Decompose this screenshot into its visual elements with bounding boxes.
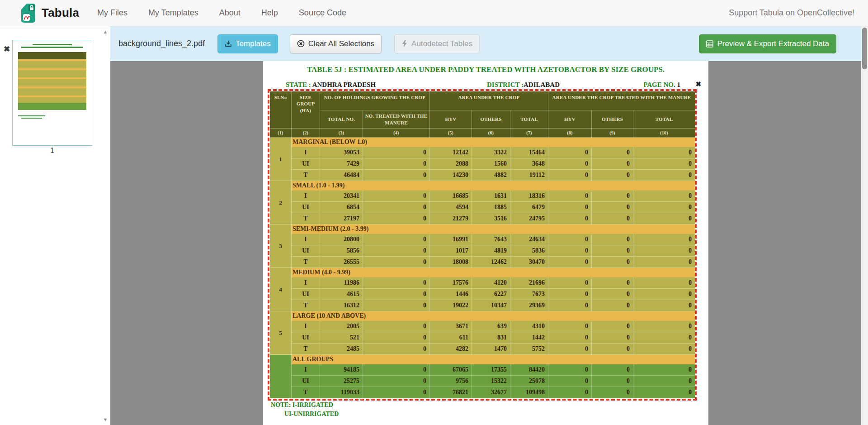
thumb-note-line: [21, 118, 42, 119]
nav-help[interactable]: Help: [261, 8, 278, 18]
nav-my-files[interactable]: My Files: [97, 8, 127, 18]
table-selection-overlay[interactable]: [268, 89, 697, 401]
pageno-label: PAGE NO.: [643, 81, 675, 88]
autodetect-tables-button[interactable]: Autodetect Tables: [394, 34, 480, 53]
sidebar-scroll-up-icon[interactable]: ▲: [102, 29, 108, 34]
table-icon: [706, 40, 713, 48]
templates-button-label: Templates: [236, 39, 270, 48]
autodetect-button-label: Autodetect Tables: [411, 39, 472, 48]
support-link[interactable]: Support Tabula on OpenCollective!: [729, 8, 854, 18]
tabula-pdf-lock-logo-icon: [19, 3, 37, 23]
page-number-label: 1: [12, 147, 92, 155]
pageno-value: 1: [677, 81, 681, 88]
selection-close-icon[interactable]: ✖: [695, 80, 701, 88]
pdf-page[interactable]: TABLE 5J : ESTIMATED AREA UNDER PADDY TR…: [263, 61, 708, 425]
pdf-table-title: TABLE 5J : ESTIMATED AREA UNDER PADDY TR…: [263, 65, 708, 74]
thumb-note-line: [18, 115, 45, 116]
thumb-table-header: [18, 52, 86, 59]
thumb-title-line: [21, 47, 83, 48]
state-value: ANDHRA PRADESH: [312, 81, 376, 88]
thumb-table-footer: [18, 103, 86, 110]
brand-title: Tabula: [42, 6, 79, 20]
remove-circle-icon: [297, 40, 305, 48]
thumb-title-line: [33, 44, 72, 45]
sidebar-scroll-down-icon[interactable]: ▼: [102, 417, 108, 422]
export-button-label: Preview & Export Extracted Data: [717, 39, 829, 48]
brand[interactable]: Tabula: [19, 3, 79, 23]
pdf-note-line2: UI-UNIRRIGATED: [284, 411, 339, 418]
save-template-icon: [225, 40, 232, 48]
district-label: DISTRICT :: [487, 81, 524, 88]
remove-page-icon[interactable]: ✖: [4, 44, 10, 54]
nav-my-templates[interactable]: My Templates: [148, 8, 198, 18]
clear-all-selections-button[interactable]: Clear All Selections: [290, 34, 382, 53]
state-label: STATE :: [286, 81, 311, 88]
pdf-viewer-canvas: TABLE 5J : ESTIMATED AREA UNDER PADDY TR…: [110, 61, 861, 425]
preview-export-button[interactable]: Preview & Export Extracted Data: [699, 34, 836, 53]
toolbar: background_lines_2.pdf Templates Clear A…: [110, 26, 861, 61]
pdf-district-line: DISTRICT :ADILABAD: [487, 81, 560, 89]
nav-links: My Files My Templates About Help Source …: [97, 8, 346, 18]
thumb-table-body: [18, 59, 86, 103]
navbar: Tabula My Files My Templates About Help …: [0, 0, 868, 26]
nav-source-code[interactable]: Source Code: [299, 8, 346, 18]
page-thumbnail[interactable]: [12, 40, 92, 146]
page-thumbnail-sidebar: ✖ 1 ▲ ▼: [0, 26, 110, 425]
window-scrollbar-thumb[interactable]: [862, 28, 867, 69]
window-scrollbar[interactable]: [861, 26, 868, 425]
templates-button[interactable]: Templates: [217, 34, 278, 53]
nav-about[interactable]: About: [219, 8, 241, 18]
district-value: ADILABAD: [524, 81, 560, 88]
open-filename: background_lines_2.pdf: [118, 39, 205, 48]
thumb-table-preview: [18, 52, 86, 110]
tabula-app: Tabula My Files My Templates About Help …: [0, 0, 868, 425]
pdf-pageno-line: PAGE NO. 1: [643, 81, 680, 89]
flash-icon: [401, 40, 408, 48]
pdf-note-line1: NOTE: I-IRRIGATED: [271, 401, 333, 409]
clear-button-label: Clear All Selections: [308, 39, 374, 48]
pdf-state-line: STATE : ANDHRA PRADESH: [286, 81, 376, 89]
